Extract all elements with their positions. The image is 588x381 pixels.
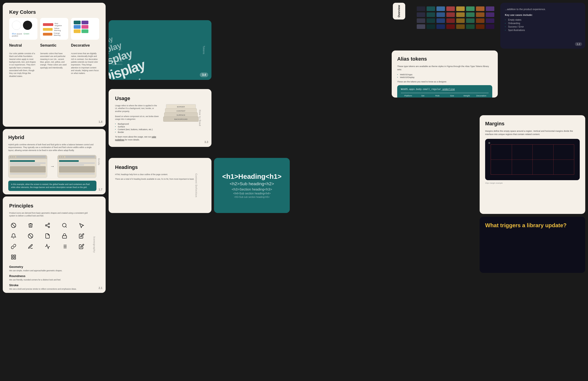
- geometry-title: Geometry: [9, 265, 92, 269]
- product-exp-badge: 1.2: [575, 42, 582, 46]
- margins-card: Margins Margins define the empty space a…: [480, 115, 585, 214]
- usage-title: Usage: [115, 96, 198, 101]
- icon-list: [60, 242, 69, 251]
- overview-label: Overview: [398, 5, 401, 17]
- key-use-cases-label: Key use cases include:: [505, 14, 581, 16]
- alias-tokens-desc: These type tokens are available as theme…: [397, 65, 492, 71]
- decorative-desc: Accent tones that are digitally native, …: [71, 52, 99, 75]
- icon-edit: [77, 232, 86, 240]
- svg-point-7: [63, 223, 66, 227]
- stroke-text: We use a bold and precise stroke to refl…: [9, 288, 92, 290]
- svg-rect-21: [11, 258, 13, 259]
- what-triggers-title: What triggers a library update?: [485, 222, 580, 229]
- margins-desc: Margins define the empty space around a …: [485, 129, 580, 136]
- icon-trash: [26, 221, 35, 230]
- content-def-label: Content Definition: [195, 174, 197, 198]
- display-badge: 3.4: [200, 73, 208, 77]
- decorative-label: Decorative: [71, 43, 99, 47]
- icon-doc: [43, 232, 52, 240]
- svg-rect-11: [63, 236, 67, 238]
- svg-point-4: [48, 226, 50, 228]
- product-experience-card: ...addition to the product experience. K…: [500, 3, 585, 49]
- key-colors-badge: 1.4: [99, 120, 102, 123]
- alias-tokens-footer: These are the tokens you need to know as…: [397, 80, 492, 83]
- headings-title: Headings: [115, 164, 198, 170]
- h4-display: <h4>Sub section heading<h4>: [219, 192, 285, 195]
- icon-bell: [9, 232, 18, 240]
- alias-tokens-title: Alias tokens: [397, 56, 492, 62]
- principles-desc: Product icons are derived from basic geo…: [9, 212, 92, 217]
- margins-caption: 20px margin example: [485, 182, 580, 184]
- alias-col-weight: Weight: [460, 95, 474, 97]
- grids-tab-label: Grids: [98, 158, 100, 165]
- usage-badge: 3.3: [204, 140, 208, 144]
- alias-code: WebOS.apps.body-small_regular_underline: [401, 88, 489, 90]
- headings-card: Content Definition Headings HTML heading…: [109, 158, 211, 213]
- what-triggers-card: What triggers a library update?: [480, 217, 585, 273]
- neutral-label: Neutral: [9, 43, 37, 47]
- principles-badge: 2.1: [99, 286, 102, 290]
- icon-lock: [60, 232, 69, 240]
- display-typography-card: Display Display Display Display Display …: [109, 20, 211, 80]
- svg-rect-19: [14, 255, 16, 257]
- icon-cursor: [77, 221, 86, 230]
- iconography-label: Iconography: [93, 236, 96, 253]
- alias-tokens-card: Alias tokens These type tokens are avail…: [392, 50, 498, 98]
- token-preview-dark: [413, 3, 498, 49]
- alias-col-decoration: Decoration: [474, 95, 489, 97]
- usage-desc: Usage refers to where the token is appli…: [115, 104, 159, 113]
- neutral-desc: Our color palette consists of a black an…: [9, 52, 37, 78]
- semantic-label: Semantic: [40, 43, 68, 47]
- svg-line-6: [47, 224, 48, 225]
- grids-title: Hybrid: [8, 135, 96, 140]
- svg-line-8: [66, 226, 67, 227]
- icon-pen: [26, 242, 35, 251]
- principles-card: Iconography Principles Product icons are…: [3, 197, 105, 293]
- roundness-title: Roundness: [9, 274, 92, 278]
- icon-ban: [26, 232, 35, 240]
- overview-tab[interactable]: Overview: [393, 3, 405, 20]
- icon-grid: [9, 253, 18, 261]
- roundness-text: We use friendly, rounded corners for a d…: [9, 279, 92, 281]
- svg-point-3: [45, 225, 47, 226]
- icon-search: [60, 221, 69, 230]
- grids-card: Grids Hybrid Hybrid grids combine elemen…: [3, 129, 105, 194]
- svg-line-1: [12, 224, 15, 227]
- svg-rect-20: [14, 258, 16, 259]
- usage-body: Based on where component sit on, we brok…: [115, 115, 159, 121]
- h3-display: <h3>Section heading<h3>: [219, 187, 285, 191]
- svg-line-10: [29, 234, 32, 238]
- alias-col-set: Set: [416, 95, 430, 97]
- headings-desc: HTML headings help form a clear outline …: [115, 173, 198, 176]
- grids-example-text: In this example, when the screen is resi…: [11, 183, 94, 189]
- icon-no-entry: [9, 221, 18, 230]
- headings-body: There are a total of 6 heading levels av…: [115, 178, 198, 180]
- alias-col-platform: Platform: [401, 95, 416, 97]
- heading-display-card: <h1>Heading<h1> <h2>Sub heading<h2> <h3>…: [214, 158, 290, 213]
- semantic-desc: Semantic colors that have associated use…: [40, 52, 68, 69]
- icon-share: [43, 221, 52, 230]
- principles-title: Principles: [9, 203, 92, 209]
- h2-display: <h2>Sub heading<h2>: [219, 181, 285, 186]
- h1-display: <h1>Heading<h1>: [219, 173, 285, 180]
- svg-rect-18: [11, 255, 13, 257]
- tokens-vert-label: Tokens: [203, 46, 205, 54]
- geometry-text: We use simple, modern and approachable g…: [9, 269, 92, 272]
- margins-title: Margins: [485, 121, 580, 127]
- alias-col-size: Size: [445, 95, 460, 97]
- how-to-read-label: How to Read: [199, 110, 201, 126]
- svg-point-2: [48, 223, 50, 224]
- icon-chart: [43, 242, 52, 251]
- key-colors-title: Key Colors: [9, 9, 99, 15]
- svg-line-5: [47, 226, 48, 226]
- alias-col-role: Role: [430, 95, 445, 97]
- main-mosaic: Key Colors Blue accent Green positive: [0, 0, 588, 381]
- icon-link: [9, 242, 18, 251]
- h5-display: <h5>Sub sub section heading<h5>: [219, 196, 285, 198]
- grids-desc: Hybrid grids combine elements of both fi…: [8, 143, 96, 152]
- key-colors-card: Key Colors Blue accent Green positive: [3, 3, 105, 127]
- usage-card: How to Read Usage Usage refers to where …: [109, 89, 211, 147]
- icon-compose: [77, 242, 86, 251]
- stroke-title: Stroke: [9, 283, 92, 287]
- grids-badge: 1.7: [99, 188, 102, 191]
